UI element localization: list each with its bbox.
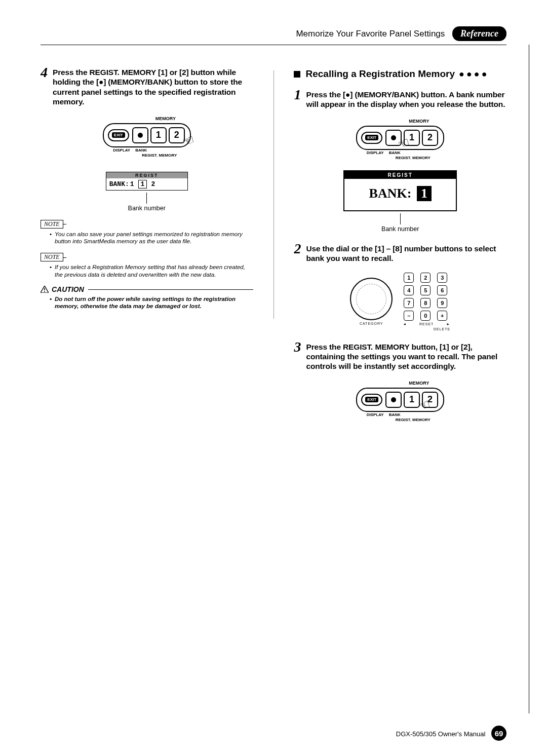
reference-badge: Reference — [452, 26, 506, 41]
step-1-number: 1 — [294, 87, 301, 103]
step-4-number: 4 — [41, 64, 48, 81]
lcd-bank-label: BANK: — [109, 180, 129, 188]
key-2: 2 — [420, 273, 431, 283]
left-column: 4 Press the REGIST. MEMORY [1] or [2] bu… — [41, 67, 253, 430]
panel-diagram-step1: MEMORY EXIT 1 2 DISPLAY BANK REGIST. MEM… — [294, 119, 506, 161]
warning-triangle-icon — [41, 285, 49, 293]
label-regist-memory-r1: REGIST. MEMORY — [381, 156, 444, 160]
lcd-slot-2: 2 — [151, 180, 155, 188]
section-title: Memorize Your Favorite Panel Settings — [296, 29, 445, 39]
memory-bank-dot-button — [132, 127, 148, 143]
label-regist-memory-r3: REGIST. MEMORY — [381, 418, 444, 422]
panel-diagram-step4: MEMORY EXIT 1 2 DISPLAY BANK REGIST. MEM… — [41, 116, 253, 159]
exit-button: EXIT — [108, 129, 129, 141]
label-reset: RESET — [419, 322, 434, 326]
hand-pointer-icon: ☜ — [180, 132, 196, 150]
memory-bank-dot-button-r3 — [385, 392, 402, 408]
regist-mem-2-button-r1: 2 — [422, 130, 438, 146]
number-keypad: 1 2 3 4 5 6 7 8 9 – 0 + — [403, 273, 450, 321]
column-separator — [274, 70, 274, 319]
step-3-text: Press the REGIST. MEMORY button, [1] or … — [306, 342, 506, 371]
label-regist-memory: REGIST. MEMORY — [128, 154, 191, 158]
recall-heading: Recalling a Registration Memory ●●●● — [294, 68, 506, 80]
lcd-large: REGIST BANK: 1 Bank number — [294, 170, 506, 233]
key-5: 5 — [420, 285, 431, 295]
key-9: 9 — [437, 298, 447, 308]
label-memory-r1: MEMORY — [409, 119, 429, 124]
leader-line — [146, 193, 147, 204]
lcd-header: REGIST — [106, 172, 187, 178]
note-1-label: NOTE — [41, 220, 63, 229]
exit-button-r1: EXIT — [361, 132, 382, 144]
recall-heading-text: Recalling a Registration Memory — [305, 68, 455, 80]
trailing-dots-icon: ●●●● — [459, 69, 489, 80]
caution-text: Do not turn off the power while saving s… — [50, 295, 253, 310]
right-margin-rule — [529, 45, 529, 713]
exit-button-r3: EXIT — [361, 394, 382, 406]
label-bank: BANK — [135, 148, 147, 153]
label-delete: DELETE — [393, 327, 450, 331]
key-8: 8 — [420, 298, 431, 308]
key-0: 0 — [420, 311, 431, 321]
key-3: 3 — [437, 273, 447, 283]
data-dial — [350, 278, 393, 320]
key-4: 4 — [404, 285, 414, 295]
lcd-small: REGIST BANK:1 1 2 Bank number — [41, 172, 253, 212]
lcd-big-bank-value: 1 — [417, 186, 432, 201]
regist-mem-1-button: 1 — [150, 127, 167, 143]
key-6: 6 — [437, 285, 447, 295]
label-display: DISPLAY — [113, 148, 130, 153]
note-1-text: You can also save your panel settings me… — [50, 231, 253, 245]
step-4-text: Press the REGIST. MEMORY [1] or [2] butt… — [53, 67, 253, 107]
leader-line-r — [400, 213, 401, 224]
square-bullet-icon — [294, 71, 300, 78]
caution-label: CAUTION — [52, 285, 84, 293]
lcd-slot-1: 1 — [138, 180, 147, 188]
step-3-number: 3 — [294, 339, 301, 355]
note-2-label: NOTE — [41, 253, 63, 261]
footer-manual-text: DGX-505/305 Owner's Manual — [396, 730, 486, 738]
dial-keypad-diagram: CATEGORY 1 2 3 4 5 6 7 8 9 — [294, 273, 506, 331]
lcd-big-bank-label: BANK: — [369, 186, 412, 201]
label-memory-r3: MEMORY — [409, 381, 429, 386]
lcd-bank-value: 1 — [130, 180, 134, 188]
label-bank-r1: BANK — [389, 151, 401, 155]
panel-diagram-step3: MEMORY EXIT 1 2 DISPLAY BANK REGIST. MEM… — [294, 381, 506, 423]
label-bank-r3: BANK — [389, 413, 401, 417]
step-1-text: Press the [●] (MEMORY/BANK) button. A ba… — [306, 90, 506, 109]
svg-point-1 — [44, 291, 45, 292]
label-category: CATEGORY — [350, 322, 393, 325]
label-display-r3: DISPLAY — [367, 413, 384, 417]
caption-bank-number-r: Bank number — [294, 225, 506, 233]
header-rule — [41, 45, 506, 45]
header-right: Memorize Your Favorite Panel Settings Re… — [296, 26, 506, 41]
label-memory: MEMORY — [155, 116, 176, 121]
step-2-number: 2 — [294, 241, 301, 257]
step-2-text: Use the dial or the [1] – [8] number but… — [306, 244, 506, 263]
note-2-text: If you select a Registration Memory sett… — [50, 263, 253, 278]
key-plus: + — [437, 311, 447, 321]
key-1: 1 — [404, 273, 414, 283]
page-number-badge: 69 — [491, 726, 506, 741]
caution-header: CAUTION — [41, 285, 253, 293]
key-minus: – — [404, 311, 414, 321]
note-1: NOTE You can also save your panel settin… — [41, 219, 253, 245]
right-column: Recalling a Registration Memory ●●●● 1 P… — [294, 67, 506, 430]
button-group-oval: EXIT 1 2 — [103, 123, 191, 147]
key-7: 7 — [404, 298, 414, 308]
label-display-r1: DISPLAY — [367, 151, 384, 155]
note-2: NOTE If you select a Registration Memory… — [41, 252, 253, 278]
lcd-big-header: REGIST — [344, 171, 456, 179]
footer: DGX-505/305 Owner's Manual 69 — [396, 726, 506, 741]
caption-bank-number: Bank number — [41, 205, 253, 212]
